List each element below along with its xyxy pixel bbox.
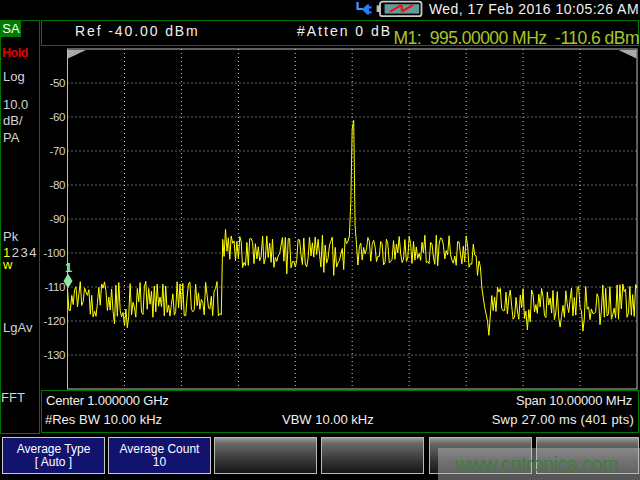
svg-text:1: 1 [65,260,72,275]
